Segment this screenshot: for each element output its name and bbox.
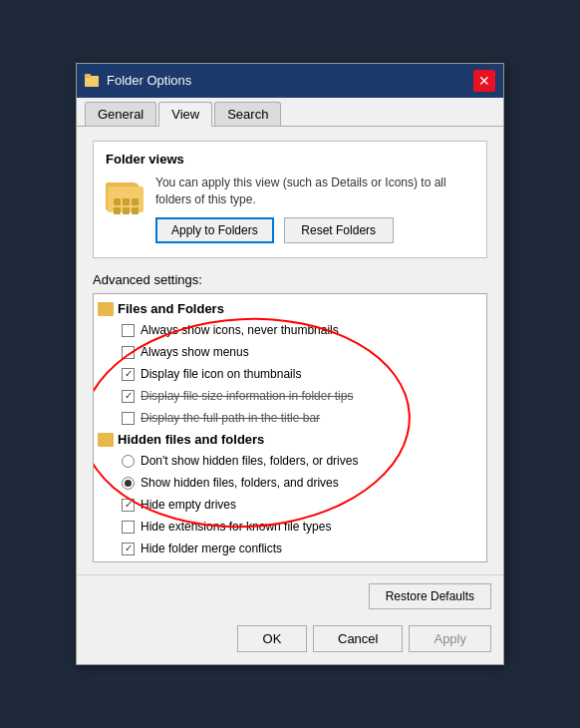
setting-label: Display file icon on thumbnails bbox=[141, 365, 301, 383]
checkbox-display-file-icon[interactable] bbox=[122, 368, 135, 381]
checkbox-display-file-size[interactable] bbox=[122, 390, 135, 403]
group-label: Hidden files and folders bbox=[118, 432, 264, 447]
setting-label: Show hidden files, folders, and drives bbox=[141, 474, 339, 492]
setting-label: Always show icons, never thumbnails bbox=[141, 321, 339, 339]
checkbox-hide-extensions[interactable] bbox=[122, 521, 135, 534]
folder-title-icon bbox=[85, 74, 101, 88]
tab-search[interactable]: Search bbox=[214, 102, 281, 126]
main-content: Folder views bbox=[77, 127, 503, 575]
list-item: Show hidden files, folders, and drives bbox=[94, 472, 486, 494]
folder-views-label: Folder views bbox=[106, 152, 474, 167]
views-description: You can apply this view (such as Details… bbox=[155, 175, 474, 208]
folder-views-section: Folder views bbox=[93, 141, 487, 259]
radio-dont-show-hidden[interactable] bbox=[122, 455, 135, 468]
list-item: Hide extensions for known file types bbox=[94, 516, 486, 538]
tab-general[interactable]: General bbox=[85, 102, 156, 126]
folder-views-inner: You can apply this view (such as Details… bbox=[106, 175, 474, 244]
list-item: Display file icon on thumbnails bbox=[94, 363, 486, 385]
checkbox-display-full-path[interactable] bbox=[122, 412, 135, 425]
radio-show-hidden[interactable] bbox=[122, 477, 135, 490]
settings-list-container: Files and Folders Always show icons, nev… bbox=[93, 293, 487, 562]
folder-front bbox=[108, 186, 144, 212]
list-item: Always show menus bbox=[94, 341, 486, 363]
cancel-button[interactable]: Cancel bbox=[313, 625, 403, 652]
grid-cell bbox=[123, 207, 130, 214]
grid-cell bbox=[132, 207, 139, 214]
group-hidden-files: Hidden files and folders bbox=[94, 429, 486, 450]
tab-view[interactable]: View bbox=[158, 102, 212, 127]
restore-defaults-button[interactable]: Restore Defaults bbox=[369, 583, 491, 609]
checkbox-hide-folder-merge[interactable] bbox=[122, 543, 135, 555]
apply-to-folders-button[interactable]: Apply to Folders bbox=[155, 217, 274, 243]
setting-label: Hide extensions for known file types bbox=[141, 518, 331, 536]
tab-bar: General View Search bbox=[77, 98, 503, 127]
setting-label: Display file size information in folder … bbox=[141, 387, 353, 405]
title-bar: Folder Options ✕ bbox=[77, 64, 503, 98]
folder-icon bbox=[106, 179, 145, 216]
folder-options-dialog: Folder Options ✕ General View Search Fol… bbox=[76, 63, 504, 666]
checkbox-hide-empty-drives[interactable] bbox=[122, 499, 135, 512]
setting-label: Don't show hidden files, folders, or dri… bbox=[141, 452, 358, 470]
reset-folders-button[interactable]: Reset Folders bbox=[284, 217, 394, 243]
ok-button[interactable]: OK bbox=[237, 625, 307, 652]
close-button[interactable]: ✕ bbox=[473, 70, 495, 92]
views-info: You can apply this view (such as Details… bbox=[155, 175, 474, 244]
list-item: Hide folder merge conflicts bbox=[94, 538, 486, 559]
list-item: Hide protected operating system files (R… bbox=[94, 559, 486, 561]
list-item: Hide empty drives bbox=[94, 494, 486, 516]
setting-label: Hide folder merge conflicts bbox=[141, 540, 282, 557]
list-item: Display file size information in folder … bbox=[94, 385, 486, 407]
group-label: Files and Folders bbox=[118, 301, 224, 316]
svg-rect-1 bbox=[85, 74, 91, 78]
list-item: Always show icons, never thumbnails bbox=[94, 319, 486, 341]
checkbox-always-show-menus[interactable] bbox=[122, 346, 135, 359]
grid-cell bbox=[123, 198, 130, 205]
apply-button[interactable]: Apply bbox=[409, 625, 491, 652]
advanced-settings-label: Advanced settings: bbox=[93, 272, 487, 287]
setting-label: Always show menus bbox=[141, 343, 249, 361]
setting-label: Display the full path in the title bar bbox=[141, 409, 320, 427]
settings-list[interactable]: Files and Folders Always show icons, nev… bbox=[94, 294, 486, 561]
grid-cell bbox=[114, 198, 121, 205]
list-item: Display the full path in the title bar bbox=[94, 407, 486, 429]
dialog-actions: OK Cancel Apply bbox=[77, 617, 503, 664]
folder-grid bbox=[114, 198, 139, 214]
grid-cell bbox=[114, 207, 121, 214]
title-bar-left: Folder Options bbox=[85, 73, 191, 88]
dialog-title: Folder Options bbox=[107, 73, 191, 88]
folder-group-icon bbox=[98, 433, 114, 447]
views-buttons: Apply to Folders Reset Folders bbox=[155, 217, 474, 243]
grid-cell bbox=[132, 198, 139, 205]
group-files-and-folders: Files and Folders bbox=[94, 298, 486, 319]
list-item: Don't show hidden files, folders, or dri… bbox=[94, 450, 486, 472]
checkbox-always-show-icons[interactable] bbox=[122, 324, 135, 337]
folder-group-icon bbox=[98, 302, 114, 316]
restore-defaults-row: Restore Defaults bbox=[77, 574, 503, 617]
setting-label: Hide empty drives bbox=[141, 496, 236, 514]
